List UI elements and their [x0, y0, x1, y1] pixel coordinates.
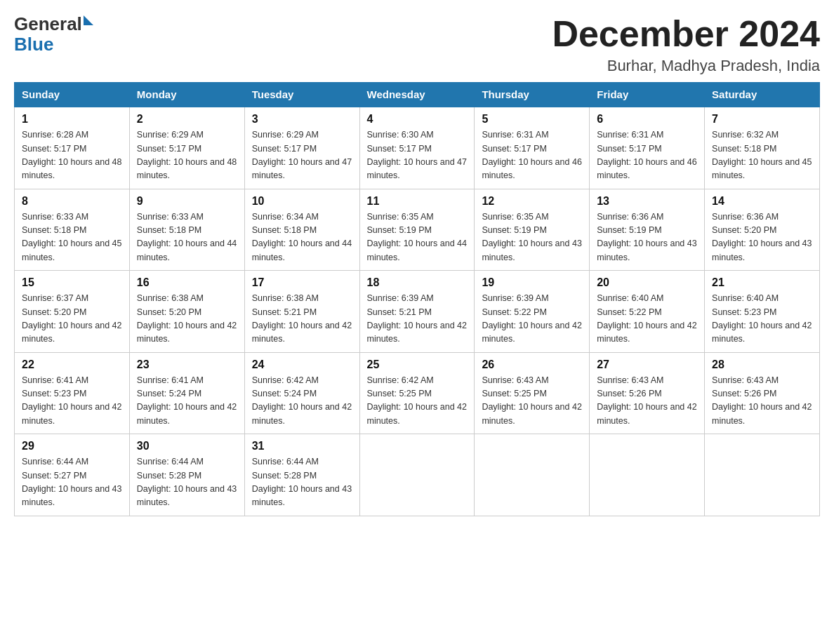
calendar-week-row: 29 Sunrise: 6:44 AM Sunset: 5:27 PM Dayl… [15, 434, 820, 516]
day-number: 30 [137, 440, 237, 452]
calendar-cell: 8 Sunrise: 6:33 AM Sunset: 5:18 PM Dayli… [15, 189, 130, 271]
calendar-cell [590, 434, 705, 516]
day-number: 4 [367, 113, 468, 126]
day-info: Sunrise: 6:43 AM Sunset: 5:26 PM Dayligh… [712, 374, 812, 429]
calendar-cell: 7 Sunrise: 6:32 AM Sunset: 5:18 PM Dayli… [705, 107, 820, 189]
day-number: 9 [137, 195, 237, 208]
calendar-cell: 19 Sunrise: 6:39 AM Sunset: 5:22 PM Dayl… [475, 271, 590, 353]
title-block: December 2024 Burhar, Madhya Pradesh, In… [552, 14, 820, 75]
calendar-week-row: 15 Sunrise: 6:37 AM Sunset: 5:20 PM Dayl… [15, 271, 820, 353]
calendar-cell: 2 Sunrise: 6:29 AM Sunset: 5:17 PM Dayli… [129, 107, 244, 189]
day-number: 11 [367, 195, 468, 208]
calendar-cell: 11 Sunrise: 6:35 AM Sunset: 5:19 PM Dayl… [359, 189, 475, 271]
calendar-cell [359, 434, 475, 516]
day-info: Sunrise: 6:38 AM Sunset: 5:21 PM Dayligh… [252, 292, 352, 347]
day-header-friday: Friday [590, 83, 705, 107]
calendar-cell: 1 Sunrise: 6:28 AM Sunset: 5:17 PM Dayli… [15, 107, 130, 189]
day-number: 20 [597, 276, 697, 289]
day-info: Sunrise: 6:39 AM Sunset: 5:22 PM Dayligh… [482, 292, 582, 347]
month-title: December 2024 [552, 14, 820, 54]
day-info: Sunrise: 6:36 AM Sunset: 5:20 PM Dayligh… [712, 210, 812, 265]
day-header-monday: Monday [129, 83, 244, 107]
page-header: General Blue December 2024 Burhar, Madhy… [14, 14, 820, 75]
day-info: Sunrise: 6:40 AM Sunset: 5:23 PM Dayligh… [712, 292, 812, 347]
day-info: Sunrise: 6:35 AM Sunset: 5:19 PM Dayligh… [482, 210, 582, 265]
day-number: 14 [712, 195, 812, 208]
day-info: Sunrise: 6:43 AM Sunset: 5:26 PM Dayligh… [597, 374, 697, 429]
logo-general-text: General [14, 14, 82, 34]
day-number: 8 [22, 195, 122, 208]
calendar-cell: 15 Sunrise: 6:37 AM Sunset: 5:20 PM Dayl… [15, 271, 130, 353]
day-number: 2 [137, 113, 237, 126]
calendar-cell: 10 Sunrise: 6:34 AM Sunset: 5:18 PM Dayl… [244, 189, 359, 271]
day-info: Sunrise: 6:29 AM Sunset: 5:17 PM Dayligh… [252, 128, 352, 183]
calendar-cell: 12 Sunrise: 6:35 AM Sunset: 5:19 PM Dayl… [475, 189, 590, 271]
calendar-cell: 18 Sunrise: 6:39 AM Sunset: 5:21 PM Dayl… [359, 271, 475, 353]
day-number: 5 [482, 113, 582, 126]
day-number: 27 [597, 358, 697, 371]
day-info: Sunrise: 6:39 AM Sunset: 5:21 PM Dayligh… [367, 292, 468, 347]
calendar-cell: 27 Sunrise: 6:43 AM Sunset: 5:26 PM Dayl… [590, 352, 705, 434]
calendar-cell: 25 Sunrise: 6:42 AM Sunset: 5:25 PM Dayl… [359, 352, 475, 434]
day-header-thursday: Thursday [475, 83, 590, 107]
day-info: Sunrise: 6:34 AM Sunset: 5:18 PM Dayligh… [252, 210, 352, 265]
day-info: Sunrise: 6:38 AM Sunset: 5:20 PM Dayligh… [137, 292, 237, 347]
logo-blue-text: Blue [14, 34, 93, 55]
day-number: 28 [712, 358, 812, 371]
day-info: Sunrise: 6:42 AM Sunset: 5:25 PM Dayligh… [367, 374, 468, 429]
calendar-cell: 3 Sunrise: 6:29 AM Sunset: 5:17 PM Dayli… [244, 107, 359, 189]
day-number: 13 [597, 195, 697, 208]
calendar-week-row: 1 Sunrise: 6:28 AM Sunset: 5:17 PM Dayli… [15, 107, 820, 189]
day-info: Sunrise: 6:44 AM Sunset: 5:28 PM Dayligh… [252, 455, 352, 510]
day-info: Sunrise: 6:44 AM Sunset: 5:27 PM Dayligh… [22, 455, 122, 510]
calendar-cell [475, 434, 590, 516]
calendar-cell: 20 Sunrise: 6:40 AM Sunset: 5:22 PM Dayl… [590, 271, 705, 353]
day-number: 16 [137, 276, 237, 289]
day-number: 3 [252, 113, 352, 126]
day-number: 18 [367, 276, 468, 289]
day-number: 23 [137, 358, 237, 371]
day-number: 12 [482, 195, 582, 208]
day-number: 7 [712, 113, 812, 126]
calendar-cell: 24 Sunrise: 6:42 AM Sunset: 5:24 PM Dayl… [244, 352, 359, 434]
day-header-wednesday: Wednesday [359, 83, 475, 107]
day-info: Sunrise: 6:41 AM Sunset: 5:23 PM Dayligh… [22, 374, 122, 429]
calendar-table: SundayMondayTuesdayWednesdayThursdayFrid… [14, 82, 820, 516]
calendar-cell: 6 Sunrise: 6:31 AM Sunset: 5:17 PM Dayli… [590, 107, 705, 189]
location-title: Burhar, Madhya Pradesh, India [552, 57, 820, 75]
calendar-week-row: 22 Sunrise: 6:41 AM Sunset: 5:23 PM Dayl… [15, 352, 820, 434]
day-number: 22 [22, 358, 122, 371]
day-number: 17 [252, 276, 352, 289]
day-info: Sunrise: 6:42 AM Sunset: 5:24 PM Dayligh… [252, 374, 352, 429]
day-info: Sunrise: 6:28 AM Sunset: 5:17 PM Dayligh… [22, 128, 122, 183]
day-number: 15 [22, 276, 122, 289]
day-header-saturday: Saturday [705, 83, 820, 107]
calendar-cell: 30 Sunrise: 6:44 AM Sunset: 5:28 PM Dayl… [129, 434, 244, 516]
day-header-tuesday: Tuesday [244, 83, 359, 107]
calendar-cell: 29 Sunrise: 6:44 AM Sunset: 5:27 PM Dayl… [15, 434, 130, 516]
day-number: 25 [367, 358, 468, 371]
day-info: Sunrise: 6:31 AM Sunset: 5:17 PM Dayligh… [597, 128, 697, 183]
day-info: Sunrise: 6:31 AM Sunset: 5:17 PM Dayligh… [482, 128, 582, 183]
calendar-cell: 28 Sunrise: 6:43 AM Sunset: 5:26 PM Dayl… [705, 352, 820, 434]
calendar-header-row: SundayMondayTuesdayWednesdayThursdayFrid… [15, 83, 820, 107]
calendar-cell: 5 Sunrise: 6:31 AM Sunset: 5:17 PM Dayli… [475, 107, 590, 189]
day-number: 1 [22, 113, 122, 126]
calendar-cell: 9 Sunrise: 6:33 AM Sunset: 5:18 PM Dayli… [129, 189, 244, 271]
day-info: Sunrise: 6:33 AM Sunset: 5:18 PM Dayligh… [22, 210, 122, 265]
day-header-sunday: Sunday [15, 83, 130, 107]
day-number: 26 [482, 358, 582, 371]
calendar-cell: 22 Sunrise: 6:41 AM Sunset: 5:23 PM Dayl… [15, 352, 130, 434]
day-info: Sunrise: 6:44 AM Sunset: 5:28 PM Dayligh… [137, 455, 237, 510]
day-info: Sunrise: 6:41 AM Sunset: 5:24 PM Dayligh… [137, 374, 237, 429]
day-number: 31 [252, 440, 352, 452]
day-info: Sunrise: 6:37 AM Sunset: 5:20 PM Dayligh… [22, 292, 122, 347]
day-info: Sunrise: 6:36 AM Sunset: 5:19 PM Dayligh… [597, 210, 697, 265]
logo-triangle-icon [84, 15, 93, 25]
day-number: 29 [22, 440, 122, 452]
day-info: Sunrise: 6:33 AM Sunset: 5:18 PM Dayligh… [137, 210, 237, 265]
calendar-cell: 14 Sunrise: 6:36 AM Sunset: 5:20 PM Dayl… [705, 189, 820, 271]
calendar-cell: 17 Sunrise: 6:38 AM Sunset: 5:21 PM Dayl… [244, 271, 359, 353]
day-number: 24 [252, 358, 352, 371]
day-info: Sunrise: 6:35 AM Sunset: 5:19 PM Dayligh… [367, 210, 468, 265]
